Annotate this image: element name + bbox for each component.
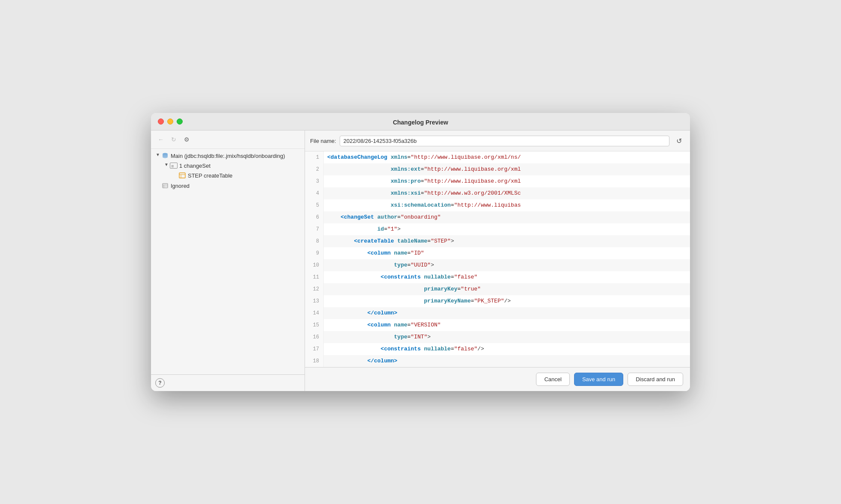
code-line-2: 2 xmlns:ext="http://www.liquibase.org/xm… (305, 163, 690, 175)
line-content-1: <databaseChangeLog xmlns="http://www.liq… (324, 151, 690, 163)
table-icon (178, 172, 186, 179)
code-line-6: 6 <changeSet author="onboarding" (305, 211, 690, 223)
code-line-15: 15 <column name="VERSION" (305, 319, 690, 331)
code-area[interactable]: 1 <databaseChangeLog xmlns="http://www.l… (305, 151, 690, 367)
code-line-12: 12 primaryKey="true" (305, 283, 690, 295)
svg-rect-1 (179, 173, 185, 178)
ignored-icon (161, 182, 169, 190)
line-num-13: 13 (305, 295, 324, 307)
minimize-button[interactable] (167, 119, 173, 125)
code-line-17: 17 <constraints nullable="false"/> (305, 343, 690, 355)
maximize-button[interactable] (177, 119, 183, 125)
window-title: Changelog Preview (393, 119, 448, 126)
main-window: Changelog Preview ← ↻ ⚙ ▼ (151, 113, 690, 391)
file-name-label: File name: (310, 138, 336, 144)
code-line-8: 8 <createTable tableName="STEP"> (305, 235, 690, 247)
ignored-label: Ignored (171, 183, 190, 189)
svg-point-0 (163, 153, 168, 155)
step-create-label: STEP createTable (188, 172, 233, 179)
line-num-2: 2 (305, 163, 324, 175)
code-line-3: 3 xmlns:pro="http://www.liquibase.org/xm… (305, 175, 690, 187)
line-num-15: 15 (305, 319, 324, 331)
title-bar: Changelog Preview (151, 113, 690, 130)
line-num-18: 18 (305, 355, 324, 367)
line-num-8: 8 (305, 235, 324, 247)
line-num-16: 16 (305, 331, 324, 343)
code-line-9: 9 <column name="ID" (305, 247, 690, 259)
line-num-14: 14 (305, 307, 324, 319)
file-name-bar: File name: 2022/08/26-142533-f05a326b ↺ (305, 130, 690, 151)
line-num-5: 5 (305, 199, 324, 211)
code-line-4: 4 xmlns:xsi="http://www.w3.org/2001/XMLS… (305, 187, 690, 199)
tree-item-step-create[interactable]: ▶ STEP createTable (151, 170, 305, 181)
line-content-14: </column> (324, 307, 690, 319)
line-num-9: 9 (305, 247, 324, 259)
line-content-10: type="UUID"> (324, 259, 690, 271)
code-line-16: 16 type="INT"> (305, 331, 690, 343)
line-content-12: primaryKey="true" (324, 283, 690, 295)
code-line-1: 1 <databaseChangeLog xmlns="http://www.l… (305, 151, 690, 163)
line-content-18: </column> (324, 355, 690, 367)
line-num-17: 17 (305, 343, 324, 355)
line-num-1: 1 (305, 151, 324, 163)
line-content-16: type="INT"> (324, 331, 690, 343)
line-content-13: primaryKeyName="PK_STEP"/> (324, 295, 690, 307)
main-db-label: Main (jdbc:hsqldb:file:.jmix/hsqldb/onbo… (171, 153, 285, 159)
refresh-button[interactable]: ↺ (673, 135, 685, 147)
changeset-label: 1 changeSet (179, 163, 210, 169)
line-content-4: xmlns:xsi="http://www.w3.org/2001/XMLSc (324, 187, 690, 199)
line-num-6: 6 (305, 211, 324, 223)
line-content-2: xmlns:ext="http://www.liquibase.org/xml (324, 163, 690, 175)
line-content-11: <constraints nullable="false" (324, 271, 690, 283)
line-content-8: <createTable tableName="STEP"> (324, 235, 690, 247)
chevron-changeset: ▼ (163, 162, 170, 169)
sidebar: ← ↻ ⚙ ▼ Main (jdbc:hsqldb:file:.jmix/h (151, 130, 305, 391)
line-content-5: xsi:schemaLocation="http://www.liquibas (324, 199, 690, 211)
svg-rect-4 (163, 184, 168, 188)
line-content-17: <constraints nullable="false"/> (324, 343, 690, 355)
line-num-4: 4 (305, 187, 324, 199)
line-num-3: 3 (305, 175, 324, 187)
line-content-7: id="1"> (324, 223, 690, 235)
database-icon (161, 152, 169, 160)
code-line-10: 10 type="UUID"> (305, 259, 690, 271)
sidebar-toolbar: ← ↻ ⚙ (151, 130, 305, 149)
refresh-tree-button[interactable]: ↻ (168, 134, 179, 145)
code-line-13: 13 primaryKeyName="PK_STEP"/> (305, 295, 690, 307)
line-num-12: 12 (305, 283, 324, 295)
tree-item-main-db[interactable]: ▼ Main (jdbc:hsqldb:file:.jmix/hsqldb/on… (151, 151, 305, 161)
back-button[interactable]: ← (155, 134, 166, 145)
line-num-11: 11 (305, 271, 324, 283)
close-button[interactable] (158, 119, 164, 125)
changeset-icon: ≡ (170, 163, 178, 169)
code-line-5: 5 xsi:schemaLocation="http://www.liquiba… (305, 199, 690, 211)
traffic-lights (158, 119, 183, 125)
cancel-button[interactable]: Cancel (536, 373, 569, 386)
save-and-run-button[interactable]: Save and run (574, 373, 623, 386)
line-num-10: 10 (305, 259, 324, 271)
chevron-main-db: ▼ (154, 152, 161, 159)
line-content-9: <column name="ID" (324, 247, 690, 259)
line-num-7: 7 (305, 223, 324, 235)
discard-and-run-button[interactable]: Discard and run (628, 373, 683, 386)
tree-item-ignored[interactable]: ▶ Ignored (151, 181, 305, 191)
sidebar-bottom: ? (151, 374, 305, 391)
sidebar-tree: ▼ Main (jdbc:hsqldb:file:.jmix/hsqldb/on… (151, 149, 305, 374)
bottom-bar: Cancel Save and run Discard and run (305, 367, 690, 391)
right-panel: File name: 2022/08/26-142533-f05a326b ↺ … (305, 130, 690, 391)
main-layout: ← ↻ ⚙ ▼ Main (jdbc:hsqldb:file:.jmix/h (151, 130, 690, 391)
help-button[interactable]: ? (155, 378, 165, 388)
code-line-18: 18 </column> (305, 355, 690, 367)
tree-item-changeset[interactable]: ▼ ≡ 1 changeSet (151, 161, 305, 170)
line-content-6: <changeSet author="onboarding" (324, 211, 690, 223)
line-content-3: xmlns:pro="http://www.liquibase.org/xml (324, 175, 690, 187)
code-line-11: 11 <constraints nullable="false" (305, 271, 690, 283)
settings-tree-button[interactable]: ⚙ (181, 134, 192, 145)
code-line-14: 14 </column> (305, 307, 690, 319)
file-name-input[interactable]: 2022/08/26-142533-f05a326b (340, 136, 669, 146)
line-content-15: <column name="VERSION" (324, 319, 690, 331)
code-line-7: 7 id="1"> (305, 223, 690, 235)
